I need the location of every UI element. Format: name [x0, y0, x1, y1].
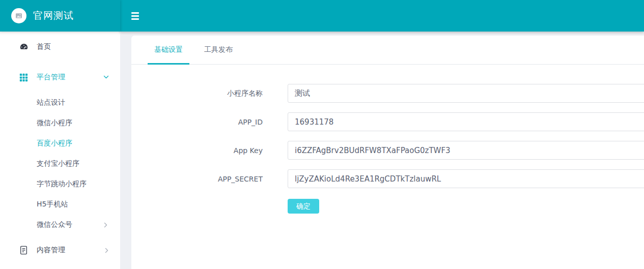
sidebar-item-alipay-miniprogram[interactable]: 支付宝小程序: [0, 154, 120, 174]
chevron-down-icon: [103, 75, 109, 79]
tabbar: 基础设置 工具发布: [131, 36, 644, 65]
form-row: APP_SECRET: [148, 169, 644, 188]
form-row: App Key: [148, 141, 644, 160]
app-title: 官网测试: [33, 9, 74, 22]
settings-card: 基础设置 工具发布 小程序名称 APP_ID App Key APP_SECRE…: [131, 36, 644, 269]
grid-icon: [19, 73, 29, 82]
chevron-right-icon: [105, 248, 109, 253]
form-row: APP_ID: [148, 112, 644, 131]
miniprogram-name-label: 小程序名称: [148, 89, 263, 98]
app-logo: [11, 8, 26, 23]
form-row: 小程序名称: [148, 84, 644, 103]
sidebar-menu: 首页 平台管理 站点设计 微信小程序: [0, 32, 120, 265]
app-id-label: APP_ID: [148, 118, 263, 126]
app-key-input[interactable]: [288, 141, 644, 160]
sidebar-item-home[interactable]: 首页: [0, 32, 120, 62]
brand-header: 官网测试: [0, 0, 120, 32]
confirm-button[interactable]: 确定: [288, 199, 319, 214]
sidebar-item-label: 平台管理: [37, 73, 103, 82]
app-id-input[interactable]: [288, 112, 644, 131]
sidebar-item-wechat-miniprogram[interactable]: 微信小程序: [0, 113, 120, 133]
tab-basic-settings[interactable]: 基础设置: [148, 36, 189, 65]
button-row: 确定: [148, 199, 644, 214]
settings-form: 小程序名称 APP_ID App Key APP_SECRET 确定: [131, 65, 644, 214]
sidebar-item-label: 首页: [37, 42, 109, 51]
sidebar-item-bytedance-miniprogram[interactable]: 字节跳动小程序: [0, 174, 120, 194]
miniprogram-name-input[interactable]: [288, 84, 644, 103]
main-content: 基础设置 工具发布 小程序名称 APP_ID App Key APP_SECRE…: [120, 32, 644, 269]
sidebar-item-site-design[interactable]: 站点设计: [0, 93, 120, 113]
document-icon: [19, 246, 29, 255]
sidebar-item-wechat-official[interactable]: 微信公众号: [0, 215, 120, 235]
app-key-label: App Key: [148, 146, 263, 155]
sidebar-item-h5-mobile[interactable]: H5手机站: [0, 194, 120, 215]
topbar: [120, 0, 644, 32]
sidebar-item-platform[interactable]: 平台管理: [0, 62, 120, 93]
dashboard-icon: [19, 42, 29, 51]
chevron-right-icon: [104, 222, 108, 228]
app-secret-label: APP_SECRET: [148, 175, 263, 183]
sidebar-item-label: 内容管理: [37, 246, 105, 255]
sidebar-item-baidu-miniprogram[interactable]: 百度小程序: [0, 133, 120, 154]
sidebar-item-content[interactable]: 内容管理: [0, 235, 120, 265]
tab-tool-release[interactable]: 工具发布: [198, 36, 239, 65]
sidebar-submenu-platform: 站点设计 微信小程序 百度小程序 支付宝小程序 字节跳动小程序 H5手机站 微信…: [0, 93, 120, 235]
hamburger-icon[interactable]: [131, 12, 139, 20]
picture-icon: [15, 12, 23, 20]
sidebar: 首页 平台管理 站点设计 微信小程序: [0, 32, 120, 269]
app-secret-input[interactable]: [288, 169, 644, 188]
